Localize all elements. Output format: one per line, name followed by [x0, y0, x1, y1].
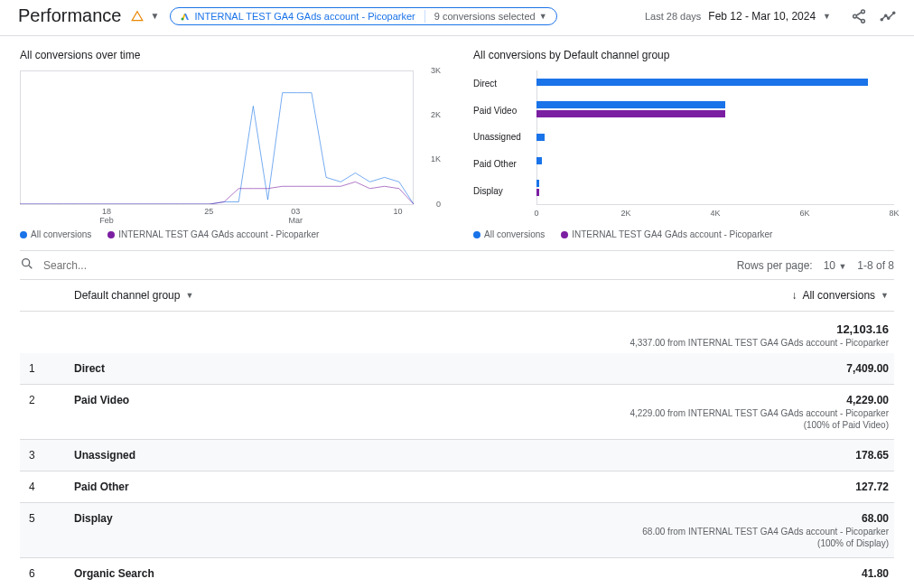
x-tick: 6K: [799, 209, 809, 218]
insights-icon[interactable]: [880, 8, 896, 24]
search-input[interactable]: [42, 258, 312, 273]
row-metric: 178.65: [855, 449, 889, 462]
row-dimension: Display: [74, 512, 309, 548]
row-index: 5: [20, 512, 74, 548]
bar-category-label: Unassigned: [473, 132, 533, 142]
metric-header[interactable]: ↓ All conversions ▼: [791, 289, 894, 302]
svg-point-6: [888, 17, 890, 19]
table-row[interactable]: 5Display68.0068.00 from INTERNAL TEST GA…: [20, 503, 894, 558]
row-metric: 127.72: [855, 481, 889, 493]
svg-point-5: [885, 14, 887, 16]
legend-dot-icon: [20, 231, 27, 238]
row-metric-sub: (100% of Display): [642, 538, 889, 548]
chevron-down-icon[interactable]: ▼: [151, 11, 160, 21]
bar-group: [536, 157, 894, 164]
chevron-down-icon: ▼: [881, 291, 889, 300]
table-row[interactable]: 1Direct7,409.00: [20, 353, 894, 385]
row-dimension: Paid Video: [74, 394, 309, 430]
warning-icon[interactable]: [131, 10, 144, 23]
share-icon[interactable]: [851, 8, 867, 24]
row-metric: 68.0068.00 from INTERNAL TEST GA4 GAds a…: [642, 512, 889, 548]
x-tick: 25: [204, 207, 213, 216]
rows-per-page-select[interactable]: 10 ▼: [824, 259, 847, 272]
chevron-down-icon: ▼: [539, 12, 547, 21]
bar-category-label: Paid Other: [473, 159, 533, 169]
row-metric-sub: (100% of Paid Video): [630, 420, 889, 430]
row-dimension: Unassigned: [74, 449, 309, 462]
row-metric: 7,409.00: [846, 362, 889, 375]
bar-category-label: Display: [473, 186, 533, 196]
pill-separator: [424, 10, 425, 23]
search-icon: [20, 257, 34, 274]
bar-category-label: Direct: [473, 79, 533, 89]
svg-point-8: [23, 259, 30, 266]
date-range-value: Feb 12 - Mar 10, 2024: [708, 10, 816, 23]
bar-segment: [536, 110, 725, 117]
legend-label: INTERNAL TEST GA4 GAds account - Picopar…: [572, 229, 772, 239]
x-tick: 18: [102, 207, 111, 216]
bar-segment: [536, 101, 725, 108]
bar-segment: [536, 180, 539, 187]
svg-point-7: [893, 12, 895, 14]
row-metric-sub: 68.00 from INTERNAL TEST GA4 GAds accoun…: [642, 527, 889, 537]
row-dimension: Paid Other: [74, 481, 309, 493]
bar-segment: [536, 79, 868, 86]
row-index: 1: [20, 362, 74, 375]
x-tick: 8K: [889, 209, 899, 218]
table-row[interactable]: 4Paid Other127.72: [20, 471, 894, 503]
dimension-header[interactable]: Default channel group ▼: [74, 289, 255, 302]
row-metric-sub: 4,229.00 from INTERNAL TEST GA4 GAds acc…: [630, 408, 889, 418]
date-range-label: Last 28 days: [645, 11, 701, 22]
google-ads-icon: [180, 11, 191, 22]
row-dimension: Organic Search: [74, 567, 309, 580]
bar-group: [536, 180, 894, 196]
totals-sub: 4,337.00 from INTERNAL TEST GA4 GAds acc…: [630, 338, 889, 348]
line-chart-legend: All conversions INTERNAL TEST GA4 GAds a…: [20, 229, 441, 239]
filter-selection-label: 9 conversions selected: [434, 11, 536, 22]
page-title: Performance: [18, 5, 122, 26]
row-dimension: Direct: [74, 362, 309, 375]
row-metric: 4,229.004,229.00 from INTERNAL TEST GA4 …: [630, 394, 889, 430]
line-chart-card: All conversions over time 3K 2K 1K 0 18F…: [20, 49, 441, 239]
legend-dot-icon: [107, 231, 115, 238]
line-chart-title: All conversions over time: [20, 49, 441, 61]
pagination-range: 1-8 of 8: [857, 259, 894, 272]
row-index: 4: [20, 481, 74, 493]
account-filter-pill[interactable]: INTERNAL TEST GA4 GAds account - Picopar…: [170, 7, 556, 25]
bar-group: [536, 79, 894, 86]
x-tick: 03: [291, 207, 300, 216]
table-row[interactable]: 2Paid Video4,229.004,229.00 from INTERNA…: [20, 385, 894, 440]
table-totals-row: 12,103.16 4,337.00 from INTERNAL TEST GA…: [20, 312, 894, 353]
bar-segment: [536, 189, 539, 196]
table-header: Default channel group ▼ ↓ All conversion…: [20, 280, 894, 312]
table-toolbar: Rows per page: 10 ▼ 1-8 of 8: [20, 250, 894, 280]
bar-chart-card: All conversions by Default channel group…: [473, 49, 894, 239]
x-tick-month: Feb: [99, 216, 114, 225]
chevron-down-icon: ▼: [838, 262, 846, 271]
chevron-down-icon: ▼: [185, 291, 193, 300]
chevron-down-icon: ▼: [823, 12, 831, 21]
bar-segment: [536, 157, 542, 164]
legend-dot-icon: [561, 231, 568, 238]
x-tick-month: Mar: [288, 216, 303, 225]
table-row[interactable]: 3Unassigned178.65: [20, 440, 894, 471]
row-index: 2: [20, 394, 74, 430]
totals-value: 12,103.16: [630, 322, 889, 336]
x-tick: 0: [534, 209, 538, 218]
svg-point-4: [881, 18, 882, 20]
line-chart-plot[interactable]: 3K 2K 1K 0 18Feb 25 03Mar 10: [20, 70, 441, 224]
bar-group: [536, 134, 894, 141]
arrow-down-icon: ↓: [791, 289, 797, 302]
legend-label: All conversions: [31, 229, 91, 239]
x-tick: 10: [394, 207, 403, 216]
bar-chart-title: All conversions by Default channel group: [473, 49, 894, 61]
row-index: 3: [20, 449, 74, 462]
x-tick: 2K: [620, 209, 630, 218]
bar-chart-plot[interactable]: DirectPaid VideoUnassignedPaid OtherDisp…: [473, 70, 894, 224]
y-tick: 2K: [431, 110, 441, 119]
page-header: Performance ▼ INTERNAL TEST GA4 GAds acc…: [0, 0, 914, 36]
table-row[interactable]: 6Organic Search41.80: [20, 558, 894, 588]
row-index: 6: [20, 567, 74, 580]
date-range-picker[interactable]: Last 28 days Feb 12 - Mar 10, 2024 ▼: [645, 10, 831, 23]
bar-category-label: Paid Video: [473, 106, 533, 116]
